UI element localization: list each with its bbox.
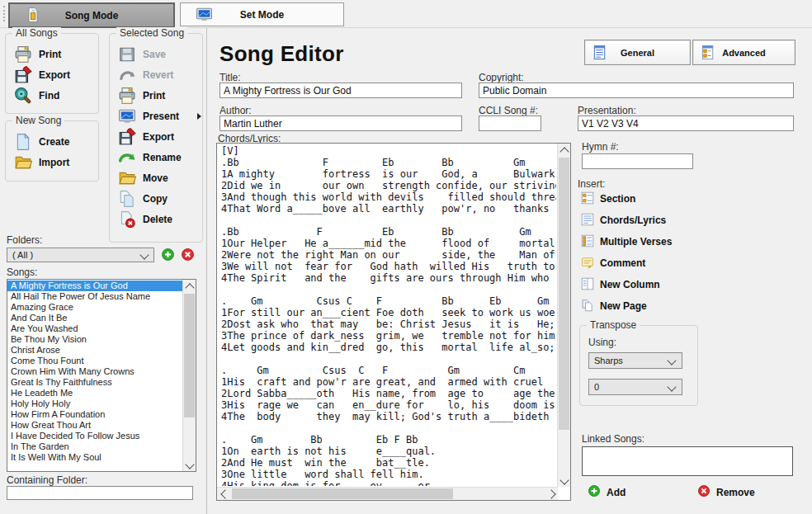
insert-chords-lyrics-button[interactable]: Chords/Lyrics	[581, 213, 666, 228]
scroll-left-icon[interactable]	[217, 488, 229, 500]
import-song-label: Import	[39, 157, 69, 168]
import-song-button[interactable]: Import	[14, 152, 95, 172]
export-all-button[interactable]: Export	[14, 64, 95, 85]
scroll-right-icon[interactable]	[545, 488, 558, 500]
song-list-item[interactable]: Be Thou My Vision	[7, 334, 182, 345]
folders-dropdown[interactable]: ( All )	[7, 248, 154, 262]
selected-song-group-title: Selected Song	[116, 27, 187, 39]
general-icon	[592, 45, 608, 62]
transpose-using-dropdown[interactable]: Sharps	[588, 352, 682, 369]
chords-lyrics-text[interactable]: [V] .Bb F Eb Bb Gm 1A mighty fortress is…	[221, 145, 556, 486]
export-song-button[interactable]: Export	[118, 126, 199, 147]
song-list-item[interactable]: All Hail The Power Of Jesus Name	[7, 291, 182, 302]
copy-button[interactable]: Copy	[118, 188, 199, 209]
song-list-item[interactable]: I Have Decided To Follow Jesus	[7, 431, 182, 441]
print-song-button[interactable]: Print	[118, 85, 199, 106]
rename-button[interactable]: Rename	[118, 147, 199, 167]
save-button[interactable]: Save	[118, 44, 199, 64]
move-button[interactable]: Move	[118, 167, 199, 188]
song-list-item[interactable]: He Leadeth Me	[7, 388, 182, 398]
editor-vertical-scrollbar[interactable]	[557, 144, 570, 487]
song-list-item[interactable]: Are You Washed	[7, 323, 182, 334]
copyright-input[interactable]	[479, 83, 794, 98]
delete-folder-button[interactable]	[181, 248, 195, 265]
scroll-down-icon[interactable]	[558, 474, 570, 487]
set-mode-button[interactable]: Set Mode	[180, 2, 344, 26]
folder-icon	[14, 153, 32, 172]
new-column-icon	[581, 277, 594, 293]
export-all-label: Export	[39, 69, 70, 81]
song-list-item[interactable]: How Firm A Foundation	[7, 409, 182, 420]
insert-multiple-verses-label: Multiple Verses	[600, 236, 672, 248]
song-list-item[interactable]: How Great Thou Art	[7, 420, 182, 431]
present-icon	[118, 107, 136, 125]
song-list-item[interactable]: A Mighty Fortress is Our God	[7, 281, 182, 291]
linked-songs-add-button[interactable]: Add	[588, 484, 626, 500]
scroll-up-icon[interactable]	[183, 280, 196, 293]
general-tab-button[interactable]: General	[584, 40, 691, 65]
present-submenu-arrow	[197, 113, 201, 120]
advanced-tab-button[interactable]: Advanced	[692, 40, 795, 65]
song-list-item[interactable]: It Is Well With My Soul	[7, 452, 182, 463]
printer-icon	[14, 45, 32, 64]
chords-lyrics-editor[interactable]: [V] .Bb F Eb Bb Gm 1A mighty fortress is…	[216, 143, 571, 501]
present-button[interactable]: Present	[118, 106, 199, 126]
scroll-up-icon[interactable]	[558, 144, 570, 156]
insert-comment-button[interactable]: Comment	[581, 256, 645, 271]
advanced-tab-label: Advanced	[722, 48, 766, 58]
song-list-item[interactable]: Crown Him With Many Crowns	[7, 366, 182, 377]
song-list-item[interactable]: And Can It Be	[7, 313, 182, 323]
containing-folder-input[interactable]	[7, 486, 193, 500]
song-list-item[interactable]: Amazing Grace	[7, 302, 182, 313]
insert-section-label: Section	[600, 193, 635, 205]
songs-list-scrollbar[interactable]	[182, 280, 196, 471]
hymn-number-input[interactable]	[582, 153, 693, 169]
songs-label: Songs:	[7, 266, 37, 278]
copy-label: Copy	[143, 193, 168, 205]
linked-songs-label: Linked Songs:	[582, 433, 644, 445]
copyright-label: Copyright:	[479, 72, 524, 83]
insert-multiple-verses-button[interactable]: Multiple Verses	[581, 234, 672, 249]
insert-new-column-button[interactable]: New Column	[581, 277, 660, 292]
editor-horizontal-scrollbar[interactable]	[217, 487, 558, 500]
printer-icon	[118, 87, 136, 105]
new-page-icon	[581, 299, 594, 314]
delete-label: Delete	[143, 214, 172, 225]
transpose-amount-dropdown[interactable]: 0	[588, 379, 682, 395]
linked-songs-remove-button[interactable]: Remove	[697, 484, 755, 500]
comment-icon	[581, 256, 594, 271]
revert-button[interactable]: Revert	[118, 64, 199, 85]
linked-songs-remove-label: Remove	[716, 487, 755, 498]
find-icon	[14, 87, 32, 105]
song-list-item[interactable]: Holy Holy Holy	[7, 398, 182, 409]
delete-button[interactable]: Delete	[118, 209, 199, 229]
songs-listbox[interactable]: A Mighty Fortress is Our GodAll Hail The…	[7, 279, 196, 472]
find-button[interactable]: Find	[14, 85, 95, 106]
ccli-input[interactable]	[479, 116, 541, 131]
selected-song-group: Selected Song Save Revert Print	[109, 33, 203, 243]
create-song-button[interactable]: Create	[14, 131, 95, 152]
find-label: Find	[39, 90, 59, 101]
create-song-label: Create	[39, 136, 69, 148]
transpose-group-title: Transpose	[587, 319, 640, 331]
insert-new-page-label: New Page	[600, 300, 647, 312]
title-input[interactable]	[220, 83, 462, 98]
print-all-button[interactable]: Print	[14, 44, 95, 64]
insert-new-page-button[interactable]: New Page	[581, 299, 647, 314]
presentation-input[interactable]	[578, 116, 794, 131]
song-list-item[interactable]: Christ Arose	[7, 345, 182, 356]
insert-section-button[interactable]: Section	[581, 191, 635, 206]
chevron-down-icon	[667, 382, 676, 391]
song-mode-button[interactable]: Song Mode	[8, 2, 175, 28]
scroll-down-icon[interactable]	[183, 458, 196, 471]
folders-label: Folders:	[7, 234, 42, 246]
author-input[interactable]	[220, 116, 462, 131]
linked-songs-listbox[interactable]	[582, 446, 793, 476]
song-list-item[interactable]: In The Garden	[7, 441, 182, 452]
song-list-item[interactable]: Come Thou Fount	[7, 356, 182, 366]
song-list-item[interactable]: Great Is Thy Faithfulness	[7, 377, 182, 388]
set-mode-label: Set Mode	[240, 9, 284, 21]
add-folder-button[interactable]	[161, 248, 175, 265]
left-panel-divider	[206, 28, 207, 514]
chords-lyrics-icon	[581, 213, 594, 229]
